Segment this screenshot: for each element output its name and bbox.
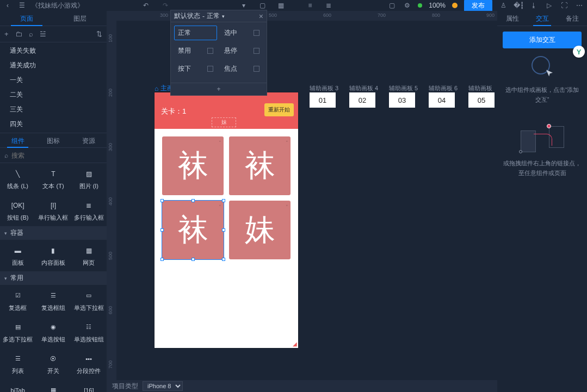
game-card[interactable]: 袜◦ (229, 136, 291, 195)
component-item[interactable]: biTab 选项卡 (0, 379, 35, 392)
tab-interaction[interactable]: 交互 (527, 11, 557, 26)
component-item[interactable]: ☷ 单选按钮组 (71, 316, 107, 348)
state-option[interactable]: 悬停 (220, 43, 263, 58)
zoom-level[interactable]: 100% (429, 2, 446, 9)
aux-artboard[interactable]: 01 (310, 92, 336, 108)
component-item[interactable]: ☰ 列表 (0, 348, 35, 379)
undo-icon[interactable]: ↶ (141, 1, 150, 10)
fullscreen-icon[interactable]: ⛶ (560, 1, 569, 10)
placeholder-slot[interactable]: 妹 (212, 117, 236, 127)
section-container[interactable]: 容器 (0, 226, 107, 240)
resize-handle[interactable] (160, 199, 164, 202)
component-item[interactable]: [I] 单行输入框 (35, 195, 71, 226)
resize-handle[interactable] (160, 258, 164, 261)
aux-artboard-label[interactable]: 辅助画板 6 (429, 84, 458, 92)
mic-icon[interactable]: �┇ (514, 1, 523, 10)
resize-handle[interactable] (191, 199, 195, 202)
game-card-selected[interactable]: 袜◦ (162, 201, 224, 259)
component-item[interactable]: ≣ 多行输入框 (71, 195, 107, 226)
resize-handle[interactable] (191, 258, 195, 261)
checkbox[interactable] (207, 66, 213, 72)
tab-pages[interactable]: 页面 (0, 11, 53, 26)
component-item[interactable]: ▤ 多选下拉框 (0, 316, 35, 348)
artboard-main[interactable]: 关卡：1 重新开始 妹 袜◦ 袜◦ 袜◦ 妹◦ (155, 92, 298, 348)
component-item[interactable]: ▦ 网页 (71, 240, 107, 271)
component-item[interactable]: ☑ 复选框 (0, 285, 35, 316)
close-icon[interactable]: × (259, 12, 263, 21)
help-badge[interactable]: Y (573, 46, 585, 58)
state-option[interactable]: 焦点 (220, 61, 263, 76)
component-item[interactable]: ▬ 面板 (0, 240, 35, 271)
publish-button[interactable]: 发布 (464, 0, 492, 12)
state-option[interactable]: 选中 (220, 26, 263, 40)
tab-components[interactable]: 组件 (0, 133, 35, 147)
game-card[interactable]: 袜◦ (162, 136, 224, 195)
tab-icons[interactable]: 图标 (35, 133, 71, 147)
page-item[interactable]: 一关 (0, 73, 107, 88)
user-icon[interactable]: ♙ (499, 1, 508, 10)
more-icon[interactable]: ⋯ (575, 1, 584, 10)
back-icon[interactable]: ‹ (3, 1, 12, 10)
component-item[interactable]: ◉ 单选按钮 (35, 316, 71, 348)
component-item[interactable]: ▭ 单选下拉框 (71, 285, 107, 316)
aux-artboard[interactable]: 05 (468, 92, 495, 108)
section-common[interactable]: 常用 (0, 271, 107, 285)
tool-r-icon[interactable]: ▦ (276, 1, 285, 10)
component-item[interactable]: ▮ 内容面板 (35, 240, 71, 271)
page-item[interactable]: 四关 (0, 117, 107, 132)
chevron-down-icon[interactable]: ▾ (222, 14, 225, 19)
search-page-icon[interactable]: ⌕ (29, 30, 33, 38)
search-input[interactable] (11, 152, 102, 159)
page-item[interactable]: 三关 (0, 102, 107, 117)
page-item[interactable]: 通关成功 (0, 58, 107, 73)
device-icon[interactable]: ▢ (387, 1, 396, 10)
checkbox[interactable] (254, 30, 259, 36)
folder-icon[interactable]: 🗀 (15, 30, 22, 38)
checkbox[interactable] (207, 48, 213, 54)
game-card[interactable]: 妹◦ (229, 201, 291, 259)
align-left-icon[interactable]: ≡ (306, 1, 314, 10)
component-item[interactable]: ⦿ 开关 (35, 348, 71, 379)
checkbox[interactable] (254, 48, 259, 54)
aux-artboard-label[interactable]: 辅助画板 3 (310, 84, 338, 92)
component-item[interactable]: [OK] 按钮 (B) (0, 195, 35, 226)
aux-artboard[interactable]: 02 (349, 92, 375, 108)
tab-resources[interactable]: 资源 (71, 133, 107, 147)
state-option[interactable]: 按下 (174, 61, 217, 76)
resize-handle[interactable] (160, 228, 164, 232)
resize-handle[interactable] (222, 258, 225, 261)
aux-artboard[interactable]: 04 (429, 92, 455, 108)
page-item[interactable]: 通关失败 (0, 43, 107, 58)
component-item[interactable]: T 文本 (T) (35, 163, 71, 195)
component-item[interactable]: ☰ 复选框组 (35, 285, 71, 316)
state-option[interactable]: 禁用 (174, 43, 217, 58)
aux-artboard-label[interactable]: 辅助画板 5 (389, 84, 418, 92)
align-right-icon[interactable]: ≣ (324, 1, 333, 10)
ruler-vertical[interactable]: 100200300400500600700 (107, 21, 116, 380)
component-item[interactable]: ╲ 线条 (L) (0, 163, 35, 195)
device-select[interactable]: iPhone 8 (143, 381, 183, 391)
resize-handle[interactable] (222, 199, 225, 202)
page-item[interactable]: 二关 (0, 88, 107, 102)
tab-attributes[interactable]: 属性 (497, 11, 527, 26)
resize-handle[interactable] (222, 228, 225, 232)
add-interaction-button[interactable]: 添加交互 (503, 32, 582, 48)
tab-layers[interactable]: 图层 (53, 11, 107, 26)
tab-notes[interactable]: 备注 (557, 11, 587, 26)
component-item[interactable]: ▪▪▪ 分段控件 (71, 348, 107, 379)
state-option[interactable]: 正常 (174, 26, 217, 40)
play-icon[interactable]: ▷ (545, 1, 553, 10)
tool-q-icon[interactable]: ▢ (258, 1, 267, 10)
add-state-button[interactable]: + (171, 83, 267, 95)
checkbox[interactable] (254, 66, 259, 72)
download-icon[interactable]: ⭳ (529, 1, 538, 10)
aux-artboard[interactable]: 03 (389, 92, 415, 108)
component-item[interactable]: ▦ 图文选项卡 (35, 379, 71, 392)
tool-p-icon[interactable]: ▾ (239, 1, 248, 10)
restart-button[interactable]: 重新开始 (264, 103, 294, 116)
redo-icon[interactable]: ↷ (161, 1, 170, 10)
menu-icon[interactable]: ☰ (17, 1, 26, 10)
add-page-icon[interactable]: + (4, 30, 9, 38)
list-icon[interactable]: ☱ (40, 30, 46, 38)
artboard-resize-icon[interactable]: ◢ (293, 341, 297, 347)
